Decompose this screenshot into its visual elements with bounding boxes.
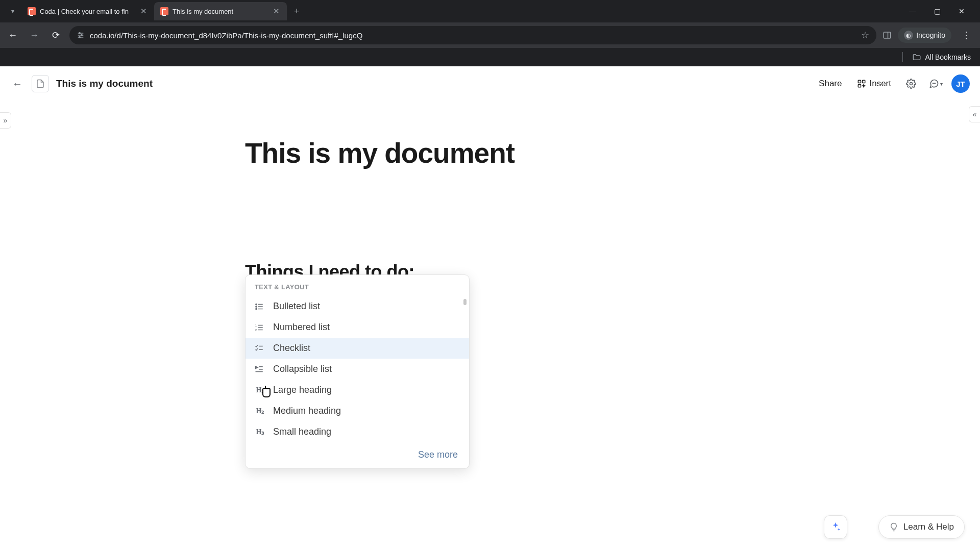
new-tab-button[interactable]: + <box>287 6 307 17</box>
minimize-button[interactable]: — <box>906 7 919 15</box>
menu-section-label: TEXT & LAYOUT <box>246 280 469 296</box>
svg-text:1: 1 <box>255 323 257 327</box>
svg-point-16 <box>256 304 257 305</box>
site-settings-icon[interactable] <box>77 31 85 39</box>
avatar[interactable]: JT <box>951 74 970 93</box>
bookmark-star-icon[interactable]: ☆ <box>861 30 869 41</box>
browser-menu-button[interactable]: ⋮ <box>958 30 975 41</box>
settings-button[interactable] <box>902 75 920 92</box>
tab-title: Coda | Check your email to fin <box>40 8 135 15</box>
coda-favicon-icon <box>160 7 168 15</box>
all-bookmarks-link[interactable]: All Bookmarks <box>925 53 971 61</box>
menu-item-bulleted-list[interactable]: Bulleted list <box>246 296 469 317</box>
menu-items: Bulleted list 12 Numbered list Checklist <box>246 296 469 442</box>
collapsible-list-icon <box>255 365 266 374</box>
divider <box>902 52 903 62</box>
browser-tab[interactable]: This is my document ✕ <box>154 2 287 20</box>
expand-sidebar-left-button[interactable]: » <box>0 112 11 129</box>
svg-marker-29 <box>256 366 258 369</box>
share-button[interactable]: Share <box>815 76 846 92</box>
svg-point-18 <box>256 308 257 309</box>
reload-button[interactable]: ⟳ <box>48 28 63 43</box>
learn-help-button[interactable]: Learn & Help <box>878 515 965 539</box>
document-icon[interactable] <box>32 75 49 92</box>
maximize-button[interactable]: ▢ <box>931 7 943 15</box>
tab-search-button[interactable]: ▾ <box>4 8 21 15</box>
back-button[interactable]: ← <box>5 28 20 43</box>
nav-bar: ← → ⟳ coda.io/d/This-is-my-document_d84I… <box>0 22 980 48</box>
menu-item-checklist[interactable]: Checklist <box>246 338 469 359</box>
menu-item-large-heading[interactable]: H₁ Large heading <box>246 380 469 400</box>
help-label: Learn & Help <box>903 522 954 532</box>
menu-item-label: Medium heading <box>273 406 341 416</box>
ai-assist-button[interactable] <box>824 515 847 539</box>
h3-icon: H₃ <box>255 428 266 436</box>
close-icon[interactable]: ✕ <box>272 7 281 16</box>
menu-item-label: Large heading <box>273 385 332 395</box>
tab-title: This is my document <box>173 8 267 15</box>
comments-button[interactable]: ▾ <box>927 75 944 92</box>
page-content: This is my document Things I need to do:… <box>245 101 735 306</box>
svg-rect-10 <box>859 85 861 87</box>
browser-chrome: ▾ Coda | Check your email to fin ✕ This … <box>0 0 980 66</box>
tab-bar: ▾ Coda | Check your email to fin ✕ This … <box>0 0 980 22</box>
menu-item-label: Numbered list <box>273 322 330 333</box>
svg-rect-6 <box>884 32 891 38</box>
coda-app: ← This is my document Share Insert ▾ JT … <box>0 66 980 551</box>
bookmarks-bar: All Bookmarks <box>0 48 980 66</box>
svg-point-4 <box>81 35 83 36</box>
folder-icon <box>912 53 921 62</box>
incognito-icon: ◐ <box>904 31 913 40</box>
h1-icon: H₁ <box>255 386 266 394</box>
app-header: ← This is my document Share Insert ▾ JT <box>0 66 980 101</box>
app-back-button[interactable]: ← <box>10 77 24 91</box>
close-icon[interactable]: ✕ <box>139 7 148 16</box>
svg-rect-8 <box>859 80 861 83</box>
checklist-icon <box>255 344 266 353</box>
chevron-down-icon: ▾ <box>940 81 943 87</box>
menu-item-numbered-list[interactable]: 12 Numbered list <box>246 317 469 338</box>
url-bar[interactable]: coda.io/d/This-is-my-document_d84Iv0ZibP… <box>69 26 876 44</box>
close-window-button[interactable]: ✕ <box>955 7 968 15</box>
numbered-list-icon: 12 <box>255 323 266 332</box>
svg-point-14 <box>910 83 913 85</box>
menu-item-medium-heading[interactable]: H₂ Medium heading <box>246 400 469 421</box>
window-controls: — ▢ ✕ <box>906 7 976 15</box>
menu-item-label: Collapsible list <box>273 364 332 374</box>
lightbulb-icon <box>889 522 898 532</box>
chevron-down-icon: ▾ <box>11 8 14 15</box>
menu-item-small-heading[interactable]: H₃ Small heading <box>246 421 469 442</box>
menu-item-collapsible-list[interactable]: Collapsible list <box>246 359 469 380</box>
menu-item-label: Checklist <box>273 343 310 354</box>
scrollbar-thumb[interactable] <box>463 299 467 305</box>
coda-favicon-icon <box>28 7 36 15</box>
url-text: coda.io/d/This-is-my-document_d84Iv0ZibP… <box>90 31 856 40</box>
bulleted-list-icon <box>255 302 266 311</box>
page-title[interactable]: This is my document <box>245 137 735 169</box>
svg-point-3 <box>79 33 81 34</box>
svg-rect-9 <box>863 80 865 83</box>
h2-icon: H₂ <box>255 407 266 415</box>
slash-command-menu: TEXT & LAYOUT Bulleted list 12 Numbered … <box>245 274 470 469</box>
insert-grid-icon <box>857 79 866 88</box>
menu-item-label: Small heading <box>273 427 331 437</box>
forward-button[interactable]: → <box>27 28 42 43</box>
see-more-link[interactable]: See more <box>246 442 469 468</box>
browser-tab[interactable]: Coda | Check your email to fin ✕ <box>21 2 154 20</box>
incognito-label: Incognito <box>916 31 945 39</box>
side-panel-icon[interactable] <box>883 31 892 40</box>
svg-text:2: 2 <box>255 328 257 331</box>
menu-item-label: Bulleted list <box>273 301 320 312</box>
svg-point-5 <box>79 37 81 38</box>
document-title[interactable]: This is my document <box>56 78 153 89</box>
insert-button[interactable]: Insert <box>853 76 895 92</box>
expand-sidebar-right-button[interactable]: « <box>969 106 980 122</box>
svg-point-17 <box>256 306 257 307</box>
incognito-badge[interactable]: ◐ Incognito <box>898 28 951 43</box>
